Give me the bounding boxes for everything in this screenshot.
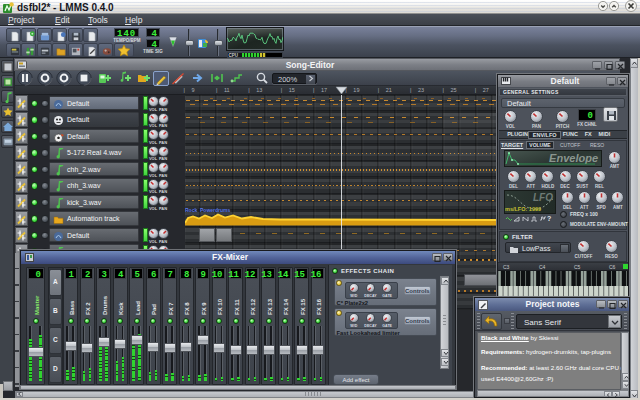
svg-text:FX 2: FX 2 xyxy=(85,302,91,315)
svg-text:Kick: Kick xyxy=(118,302,124,315)
svg-text:FX 10: FX 10 xyxy=(217,298,223,315)
svg-text:Lead: Lead xyxy=(135,301,141,315)
svg-text:Master: Master xyxy=(34,295,40,315)
svg-text:FX 14: FX 14 xyxy=(283,298,289,315)
svg-text:FX 13: FX 13 xyxy=(267,298,273,315)
svg-text:FX 9: FX 9 xyxy=(201,302,207,315)
svg-text:Drums: Drums xyxy=(102,295,108,315)
svg-text:FX 7: FX 7 xyxy=(168,302,174,315)
svg-text:FX 8: FX 8 xyxy=(184,302,190,315)
svg-text:FX 12: FX 12 xyxy=(250,298,256,315)
svg-text:FX 16: FX 16 xyxy=(316,298,322,315)
svg-text:Bass: Bass xyxy=(69,300,75,315)
svg-text:FX 15: FX 15 xyxy=(300,298,306,315)
svg-text:FX 11: FX 11 xyxy=(234,299,240,315)
svg-text:Pad: Pad xyxy=(151,304,157,315)
